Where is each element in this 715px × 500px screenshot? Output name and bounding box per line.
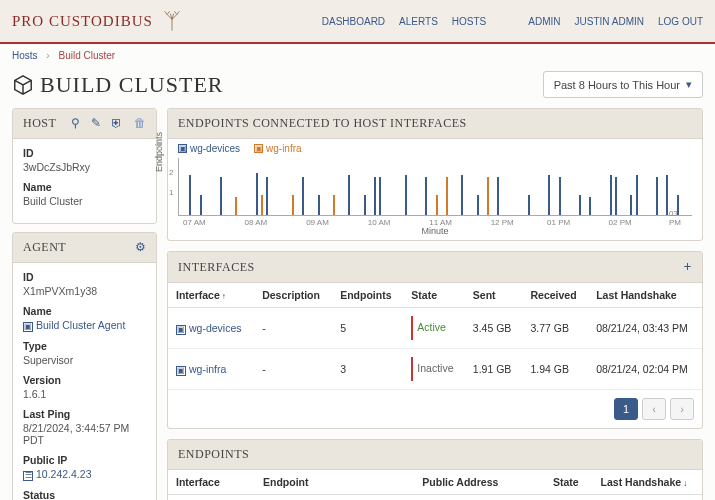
nav-admin[interactable]: ADMIN xyxy=(528,16,560,27)
nav-dashboard[interactable]: DASHBOARD xyxy=(322,16,385,27)
legend-wg-devices[interactable]: ▣wg-devices xyxy=(178,143,240,154)
endpoints-chart: Endpoints 1 2 07 AM 08 AM 09 AM 10 AM 11… xyxy=(178,158,692,216)
nav-hosts[interactable]: HOSTS xyxy=(452,16,486,27)
edit-icon[interactable]: ✎ xyxy=(91,116,102,131)
link-icon[interactable]: ⚲ xyxy=(71,116,81,131)
brand-text: PRO CUSTODIBUS xyxy=(12,13,153,30)
legend-wg-infra[interactable]: ▣wg-infra xyxy=(254,143,302,154)
add-interface-button[interactable]: + xyxy=(684,259,692,275)
host-card: HOST ⚲ ✎ ⛨ 🗑 ID3wDcZsJbRxy NameBuild Clu… xyxy=(12,108,157,224)
page-prev-button[interactable]: ‹ xyxy=(642,398,666,420)
endpoint-link[interactable]: ◉Vikram's Laptop (devices) xyxy=(255,495,414,501)
gear-icon[interactable]: ⚙ xyxy=(135,240,147,255)
public-ip-link[interactable]: ☰10.242.4.23 xyxy=(23,468,146,481)
crumb-current: Build Cluster xyxy=(58,50,115,61)
interface-row: ▣wg-devices - 5 Active 3.45 GB 3.77 GB 0… xyxy=(168,308,702,349)
interface-link[interactable]: ▣wg-devices xyxy=(168,308,254,349)
interface-row: ▣wg-infra - 3 Inactive 1.91 GB 1.94 GB 0… xyxy=(168,349,702,390)
nav-alerts[interactable]: ALERTS xyxy=(399,16,438,27)
endpoints-card: ENDPOINTS Interface Endpoint Public Addr… xyxy=(167,439,703,500)
endpoint-iface-link[interactable]: ▣wg-devices xyxy=(168,495,255,501)
endpoints-chart-card: ENDPOINTS CONNECTED TO HOST INTERFACES ▣… xyxy=(167,108,703,241)
interface-link[interactable]: ▣wg-infra xyxy=(168,349,254,390)
brand-logo xyxy=(159,8,185,34)
time-range-selector[interactable]: Past 8 Hours to This Hour ▾ xyxy=(543,71,703,98)
host-id: 3wDcZsJbRxy xyxy=(23,161,146,173)
cube-icon xyxy=(12,74,34,96)
col-interface[interactable]: Interface↑ xyxy=(168,283,254,308)
endpoint-row: ▣wg-devices ◉Vikram's Laptop (devices) ☰… xyxy=(168,495,702,501)
page-1-button[interactable]: 1 xyxy=(614,398,638,420)
agent-card: AGENT ⚙ IDX1mPVXm1y38 Name▣Build Cluster… xyxy=(12,232,157,500)
nav-logout[interactable]: LOG OUT xyxy=(658,16,703,27)
host-name: Build Cluster xyxy=(23,195,146,207)
chevron-down-icon: ▾ xyxy=(686,78,692,91)
col-last-handshake[interactable]: Last Handshake↓ xyxy=(593,470,702,495)
shield-icon[interactable]: ⛨ xyxy=(111,116,124,131)
nav-user[interactable]: JUSTIN ADMIN xyxy=(575,16,644,27)
interfaces-card: INTERFACES+ Interface↑ Description Endpo… xyxy=(167,251,703,429)
page-next-button[interactable]: › xyxy=(670,398,694,420)
crumb-hosts[interactable]: Hosts xyxy=(12,50,38,61)
breadcrumb: Hosts › Build Cluster xyxy=(0,44,715,67)
endpoint-addr-link[interactable]: ☰10.100.3.154:51820 xyxy=(414,495,545,501)
agent-name-link[interactable]: ▣Build Cluster Agent xyxy=(23,319,146,332)
page-title: BUILD CLUSTER xyxy=(40,72,224,98)
trash-icon[interactable]: 🗑 xyxy=(134,116,147,131)
agent-id: X1mPVXm1y38 xyxy=(23,285,146,297)
